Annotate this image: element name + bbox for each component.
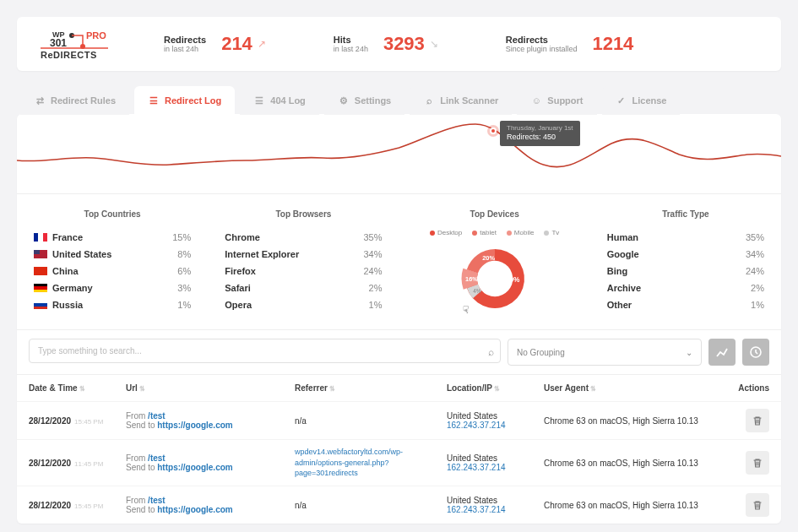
sort-icon: ⇅ <box>79 385 85 393</box>
row-date: 28/12/2020 <box>29 416 71 426</box>
country-row: France 15% <box>34 229 191 246</box>
legend-desktop: Desktop <box>430 229 462 236</box>
svg-text:301: 301 <box>50 37 67 49</box>
col-url[interactable]: Url⇅ <box>126 383 295 393</box>
sort-icon: ⇅ <box>590 385 596 393</box>
country-row: Russia 1% <box>34 296 191 313</box>
row-ip[interactable]: 162.243.37.214 <box>447 463 544 472</box>
stat-value: 214 <box>221 33 252 55</box>
sort-icon: ⇅ <box>329 385 335 393</box>
tab-link-scanner[interactable]: ⌕Link Scanner <box>410 86 512 115</box>
panel-top-devices: Top Devices Desktop tablet Mobile Tv 60%… <box>399 194 590 329</box>
delete-button[interactable] <box>746 493 769 517</box>
panel-title: Traffic Type <box>607 203 764 229</box>
to-label: Send to <box>126 421 157 430</box>
country-row: Germany 3% <box>34 280 191 296</box>
legend-tv: Tv <box>544 229 559 236</box>
grouping-select[interactable]: No Grouping ⌄ <box>508 339 702 366</box>
panel-top-countries: Top Countries France 15% United States 8… <box>17 194 208 329</box>
table-header: Date & Time⇅ Url⇅ Referrer⇅ Location/IP⇅… <box>17 375 781 401</box>
donut-legend: Desktop tablet Mobile Tv <box>416 229 573 236</box>
from-label: From <box>126 453 148 463</box>
to-url[interactable]: https://google.com <box>157 505 232 514</box>
tab-404-log[interactable]: ☰404 Log <box>240 86 319 115</box>
tab-support[interactable]: ☺Support <box>517 86 596 115</box>
search-input[interactable] <box>29 339 501 363</box>
stats-panels: Top Countries France 15% United States 8… <box>17 194 781 330</box>
row-time: 15:45 PM <box>74 418 103 426</box>
stat-redirects-total: Redirects Since plugin installed 1214 <box>506 33 634 55</box>
trash-icon <box>752 499 763 511</box>
legend-tablet: tablet <box>472 229 497 236</box>
stat-label: Hits <box>334 35 368 45</box>
panel-top-browsers: Top Browsers Chrome35% Internet Explorer… <box>208 194 399 329</box>
table-row: 28/12/202011:45 PM From /test Send to ht… <box>17 439 781 486</box>
404-icon: ☰ <box>253 95 265 106</box>
traffic-row: Google34% <box>607 246 764 263</box>
sort-icon: ⇅ <box>494 385 500 393</box>
stat-label: Redirects <box>164 35 206 45</box>
row-ip[interactable]: 162.243.37.214 <box>447 421 544 430</box>
flag-icon <box>34 284 47 292</box>
to-url[interactable]: https://google.com <box>157 421 232 430</box>
svg-text:60%: 60% <box>506 276 520 284</box>
redirects-line-chart[interactable]: Thrusday, January 1st Redirects: 450 <box>17 114 781 194</box>
browser-row: Safari2% <box>225 280 382 296</box>
to-label: Send to <box>126 463 157 472</box>
tab-settings[interactable]: ⚙Settings <box>324 86 404 115</box>
delete-button[interactable] <box>746 451 769 475</box>
tooltip-value: Redirects: 450 <box>507 133 573 143</box>
referrer-link[interactable]: wpdev14.webfactoryltd.com/wp-admin/optio… <box>295 448 403 477</box>
row-time: 11:45 PM <box>74 460 103 468</box>
country-row: China 6% <box>34 263 191 280</box>
cursor-icon: ☟ <box>463 304 469 316</box>
referrer-value: n/a <box>295 416 307 426</box>
stat-sublabel: in last 24h <box>164 45 206 53</box>
browser-row: Chrome35% <box>225 229 382 246</box>
row-date: 28/12/2020 <box>29 459 71 468</box>
logo-graphic: WP 301 PRO ReDIRECTS <box>37 27 113 61</box>
log-icon: ☰ <box>148 95 160 106</box>
row-time: 15:45 PM <box>74 502 103 510</box>
tab-redirect-log[interactable]: ☰Redirect Log <box>134 86 235 115</box>
tab-label: 404 Log <box>270 95 306 106</box>
search-icon[interactable]: ⌕ <box>488 346 494 358</box>
header-bar: WP 301 PRO ReDIRECTS Redirects in last 2… <box>17 17 781 71</box>
from-label: From <box>126 496 148 505</box>
table-row: 28/12/202015:45 PM From /test Send to ht… <box>17 486 781 524</box>
tab-label: License <box>632 95 667 106</box>
tab-license[interactable]: ✓License <box>602 86 681 115</box>
stat-redirects-24h: Redirects in last 24h 214 ↗ <box>164 33 266 55</box>
to-url[interactable]: https://google.com <box>157 463 232 472</box>
row-useragent: Chrome 63 on macOS, High Sierra 10.13 <box>544 501 719 510</box>
tab-redirect-rules[interactable]: ⇄Redirect Rules <box>20 86 129 115</box>
donut-chart[interactable]: 60% 20% 16% 4% ☟ <box>416 240 573 318</box>
panel-title: Top Countries <box>34 203 191 229</box>
from-url[interactable]: /test <box>148 496 166 505</box>
row-country: United States <box>447 453 544 463</box>
delete-button[interactable] <box>746 409 769 432</box>
stat-sublabel: Since plugin installed <box>506 45 578 53</box>
col-location[interactable]: Location/IP⇅ <box>447 383 544 393</box>
col-datetime[interactable]: Date & Time⇅ <box>29 383 126 393</box>
row-ip[interactable]: 162.243.37.214 <box>447 505 544 514</box>
traffic-row: Archive2% <box>607 280 764 296</box>
svg-text:4%: 4% <box>473 288 481 294</box>
license-icon: ✓ <box>616 95 627 106</box>
col-useragent[interactable]: User Agent⇅ <box>544 383 719 393</box>
from-url[interactable]: /test <box>148 453 166 463</box>
flag-icon <box>34 267 47 275</box>
svg-text:ReDIRECTS: ReDIRECTS <box>41 50 97 60</box>
col-referrer[interactable]: Referrer⇅ <box>295 383 447 393</box>
row-useragent: Chrome 63 on macOS, High Sierra 10.13 <box>544 416 719 426</box>
row-date: 28/12/2020 <box>29 501 71 510</box>
flag-icon <box>34 233 47 242</box>
from-url[interactable]: /test <box>148 411 166 421</box>
stat-value: 3293 <box>383 33 425 55</box>
time-view-button[interactable] <box>742 339 769 366</box>
tab-label: Redirect Rules <box>51 95 116 106</box>
chart-highlight-dot <box>490 128 497 134</box>
tab-label: Support <box>547 95 583 106</box>
chart-view-button[interactable] <box>708 339 736 366</box>
row-country: United States <box>447 411 544 421</box>
